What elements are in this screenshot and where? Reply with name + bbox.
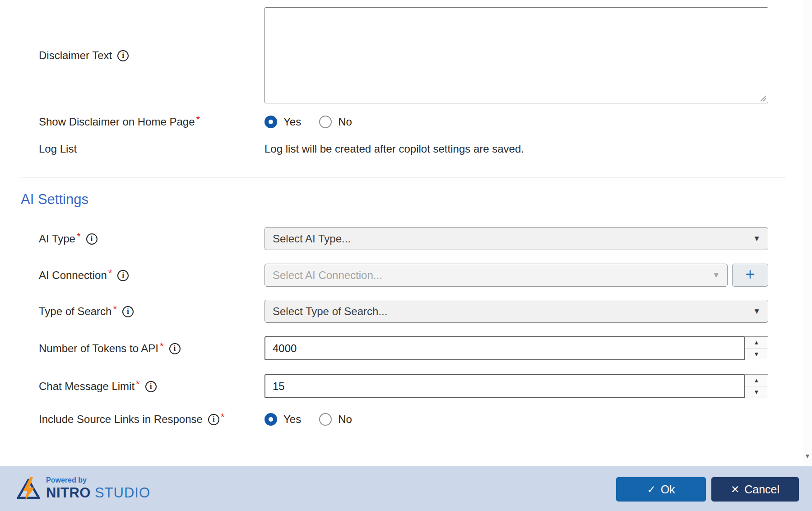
footer-bar: Powered by NITRO STUDIO ✓ Ok ✕ Cancel (0, 466, 812, 511)
log-list-label: Log List (39, 141, 77, 157)
label-text: AI Connection (39, 269, 107, 282)
caret-down-icon: ▼ (754, 389, 760, 395)
scroll-down-icon: ▼ (804, 452, 811, 460)
info-icon-glyph: i (91, 235, 93, 242)
required-marker: * (136, 378, 140, 390)
chevron-down-icon: ▼ (753, 307, 761, 316)
brand-text: Powered by NITRO STUDIO (46, 476, 150, 501)
ai-connection-select[interactable]: Select AI Connection... ▼ (264, 264, 728, 287)
cancel-button[interactable]: ✕ Cancel (711, 477, 799, 502)
required-marker: * (196, 114, 200, 125)
log-list-message: Log list will be created after copilot s… (264, 141, 524, 157)
tokens-to-api-input[interactable] (264, 336, 745, 360)
tokens-to-api-label: Number of Tokens to API* i (39, 341, 181, 356)
ok-button[interactable]: ✓ Ok (616, 477, 706, 502)
spin-down-button[interactable]: ▼ (745, 348, 768, 360)
info-icon-glyph: i (127, 308, 129, 315)
brand-name: NITRO (46, 485, 91, 501)
disclaimer-textarea[interactable] (264, 7, 768, 103)
info-icon-glyph: i (213, 416, 214, 423)
show-disclaimer-radio-group: Yes No (264, 113, 352, 130)
include-source-links-label: Include Source Links in Response i* (39, 412, 224, 427)
include-source-links-radio-group: Yes No (264, 411, 352, 428)
radio-yes-label: Yes (283, 413, 301, 426)
cancel-button-label: Cancel (744, 483, 780, 496)
label-text: AI Type (39, 232, 75, 245)
type-of-search-selected-value: Select Type of Search... (265, 305, 387, 318)
label-text: Include Source Links in Response (39, 413, 203, 426)
type-of-search-select[interactable]: Select Type of Search... ▼ (264, 300, 768, 323)
label-text: Show Disclaimer on Home Page (39, 116, 195, 128)
info-icon-glyph: i (174, 345, 176, 352)
radio-no-label: No (338, 413, 352, 426)
info-icon[interactable]: i (145, 381, 157, 392)
caret-down-icon: ▼ (754, 351, 760, 358)
tokens-spinner: ▲ ▼ (745, 336, 768, 360)
spin-up-button[interactable]: ▲ (745, 337, 768, 348)
label-text: Chat Message Limit (39, 380, 135, 393)
check-icon: ✓ (647, 483, 655, 496)
chat-message-limit-field: ▲ ▼ (264, 374, 768, 398)
radio-no-label: No (338, 116, 352, 128)
required-marker: * (160, 340, 164, 352)
chevron-down-icon: ▼ (712, 271, 720, 280)
type-of-search-label: Type of Search* i (39, 304, 134, 319)
show-disclaimer-radio-no[interactable] (319, 116, 332, 128)
show-disclaimer-label: Show Disclaimer on Home Page* (39, 114, 200, 130)
info-icon[interactable]: i (169, 343, 181, 354)
ai-connection-selected-value: Select AI Connection... (265, 269, 382, 282)
info-icon[interactable]: i (117, 270, 129, 281)
chat-message-limit-input[interactable] (264, 374, 745, 398)
spin-down-button[interactable]: ▼ (745, 386, 768, 398)
required-marker: * (221, 411, 225, 423)
section-divider (21, 177, 786, 177)
radio-yes-label: Yes (283, 116, 301, 128)
chat-limit-spinner: ▲ ▼ (745, 374, 768, 398)
info-icon-glyph: i (122, 272, 124, 279)
spin-up-button[interactable]: ▲ (745, 375, 768, 386)
show-disclaimer-radio-yes[interactable] (264, 116, 277, 128)
ai-connection-label: AI Connection* i (39, 268, 129, 283)
info-icon[interactable]: i (122, 306, 134, 317)
required-marker: * (108, 267, 112, 279)
label-text: Log List (39, 143, 77, 155)
nitro-studio-logo: Powered by NITRO STUDIO (15, 466, 150, 511)
close-icon: ✕ (731, 483, 739, 496)
powered-by-label: Powered by (46, 476, 150, 484)
required-marker: * (77, 231, 81, 242)
label-text: Disclaimer Text (39, 49, 112, 62)
textarea-resize-handle-icon[interactable] (759, 94, 767, 102)
source-links-radio-yes[interactable] (264, 413, 277, 426)
label-text: Number of Tokens to API (39, 342, 158, 355)
footer-buttons: ✓ Ok ✕ Cancel (616, 477, 799, 502)
caret-up-icon: ▲ (754, 339, 760, 346)
info-icon[interactable]: i (86, 233, 97, 245)
plus-icon: + (745, 266, 755, 283)
copilot-settings-page: Disclaimer Text i Show Disclaimer on Hom… (0, 0, 812, 511)
ai-type-label: AI Type* i (39, 231, 97, 246)
ai-type-selected-value: Select AI Type... (265, 232, 351, 245)
brand-suffix: STUDIO (95, 485, 150, 501)
caret-up-icon: ▲ (754, 377, 760, 384)
scrollbar[interactable]: ▼ (803, 0, 812, 466)
label-text: Type of Search (39, 305, 111, 318)
required-marker: * (113, 303, 117, 315)
tokens-to-api-field: ▲ ▼ (264, 336, 768, 360)
info-icon-glyph: i (122, 52, 124, 59)
info-icon[interactable]: i (208, 414, 219, 425)
chevron-down-icon: ▼ (753, 234, 761, 243)
info-icon[interactable]: i (117, 50, 129, 61)
ai-settings-heading: AI Settings (21, 191, 88, 208)
add-ai-connection-button[interactable]: + (732, 264, 768, 287)
ok-button-label: Ok (661, 483, 675, 496)
disclaimer-text-label: Disclaimer Text i (39, 48, 129, 63)
scroll-down-button[interactable]: ▼ (803, 449, 812, 463)
chat-message-limit-label: Chat Message Limit* i (39, 379, 157, 394)
source-links-radio-no[interactable] (319, 413, 332, 426)
ai-type-select[interactable]: Select AI Type... ▼ (264, 227, 768, 250)
info-icon-glyph: i (150, 383, 152, 390)
lightning-bolt-icon (15, 476, 42, 502)
